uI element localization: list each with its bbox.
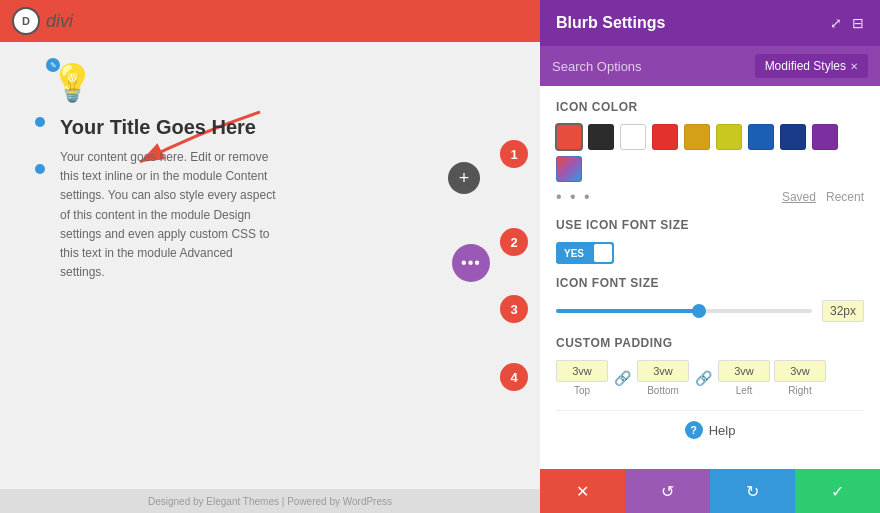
lightbulb-icon: 💡 (50, 62, 95, 104)
action-bar: ✕ ↺ ↻ ✓ (540, 469, 880, 513)
use-icon-font-size-toggle[interactable]: YES (556, 242, 614, 264)
fullscreen-icon[interactable]: ⤢ (830, 15, 842, 31)
panel-header: Blurb Settings ⤢ ⊟ (540, 0, 880, 46)
module-title: Your Title Goes Here (60, 114, 510, 140)
padding-section: Top 🔗 Bottom 🔗 Left Right (556, 360, 864, 396)
toggle-row: YES (556, 242, 864, 264)
color-swatch-blue[interactable] (748, 124, 774, 150)
padding-right-label: Right (788, 385, 811, 396)
top-bar: D divi (0, 0, 540, 42)
color-swatch-black[interactable] (588, 124, 614, 150)
module-body: Your content goes here. Edit or remove t… (60, 148, 280, 282)
help-row: ? Help (556, 410, 864, 449)
swatch-row-extras: • • • Saved Recent (556, 188, 864, 206)
color-swatch-active[interactable] (556, 124, 582, 150)
canvas-area: ✎ 💡 + Your Title Goes Here Your content … (0, 42, 540, 302)
padding-left-label: Left (736, 385, 753, 396)
link-padding-icon[interactable]: 🔗 (614, 370, 631, 386)
panel-content: Icon Color • • • Saved Recent Use Icon F… (540, 86, 880, 469)
slider-row: 32px (556, 300, 864, 322)
module-edit-dot1 (35, 117, 45, 127)
color-swatch-red[interactable] (652, 124, 678, 150)
custom-padding-label: Custom Padding (556, 336, 864, 350)
padding-bottom-input[interactable] (637, 360, 689, 382)
canvas-panel: D divi ✎ 💡 + Your Title Goes Here (0, 0, 540, 513)
toggle-knob (594, 244, 612, 262)
save-button[interactable]: ✓ (795, 469, 880, 513)
link-padding-icon2[interactable]: 🔗 (695, 370, 712, 386)
cancel-button[interactable]: ✕ (540, 469, 625, 513)
panel-header-icons: ⤢ ⊟ (830, 15, 864, 31)
help-icon: ? (685, 421, 703, 439)
padding-left-input[interactable] (718, 360, 770, 382)
icon-color-label: Icon Color (556, 100, 864, 114)
bottom-strip-text: Designed by Elegant Themes | Powered by … (148, 496, 392, 507)
color-swatch-yellow[interactable] (716, 124, 742, 150)
use-icon-font-size-label: Use Icon Font Size (556, 218, 864, 232)
logo-text: divi (46, 11, 73, 32)
search-options-label[interactable]: Search Options (552, 59, 642, 74)
slider-thumb[interactable] (692, 304, 706, 318)
color-swatch-gradient[interactable] (556, 156, 582, 182)
module-edit-dot2 (35, 164, 45, 174)
settings-panel: Blurb Settings ⤢ ⊟ Search Options Modifi… (540, 0, 880, 513)
close-modified-icon: ✕ (850, 61, 858, 72)
divi-logo: D divi (12, 7, 73, 35)
panel-title: Blurb Settings (556, 14, 665, 32)
padding-top-label: Top (574, 385, 590, 396)
bottom-strip: Designed by Elegant Themes | Powered by … (0, 489, 540, 513)
padding-right-input[interactable] (774, 360, 826, 382)
font-size-value[interactable]: 32px (822, 300, 864, 322)
color-swatch-dark-blue[interactable] (780, 124, 806, 150)
reset-button[interactable]: ↺ (625, 469, 710, 513)
modified-styles-button[interactable]: Modified Styles ✕ (755, 54, 868, 78)
padding-left-group: Left (718, 360, 770, 396)
columns-icon[interactable]: ⊟ (852, 15, 864, 31)
toggle-yes-label: YES (556, 244, 592, 263)
padding-inputs: Top 🔗 Bottom 🔗 Left Right (556, 360, 864, 396)
color-swatch-gold[interactable] (684, 124, 710, 150)
padding-right-group: Right (774, 360, 826, 396)
color-swatches (556, 124, 864, 182)
help-label[interactable]: Help (709, 423, 736, 438)
logo-circle: D (12, 7, 40, 35)
module-icon-area: ✎ 💡 (30, 62, 510, 104)
redo-button[interactable]: ↻ (710, 469, 795, 513)
color-swatch-purple[interactable] (812, 124, 838, 150)
recent-tab[interactable]: Recent (826, 190, 864, 204)
padding-top-group: Top (556, 360, 608, 396)
padding-top-input[interactable] (556, 360, 608, 382)
padding-bottom-label: Bottom (647, 385, 679, 396)
more-swatches-dots[interactable]: • • • (556, 188, 592, 206)
saved-tab[interactable]: Saved (782, 190, 816, 204)
saved-recent-tabs: Saved Recent (782, 190, 864, 204)
color-swatch-white[interactable] (620, 124, 646, 150)
slider-fill (556, 309, 697, 313)
search-bar: Search Options Modified Styles ✕ (540, 46, 880, 86)
font-size-slider-track[interactable] (556, 309, 812, 313)
icon-font-size-label: Icon Font Size (556, 276, 864, 290)
icon-wrapper: ✎ 💡 (50, 62, 95, 104)
content-area: Your Title Goes Here Your content goes h… (30, 114, 510, 282)
padding-bottom-group: Bottom (637, 360, 689, 396)
